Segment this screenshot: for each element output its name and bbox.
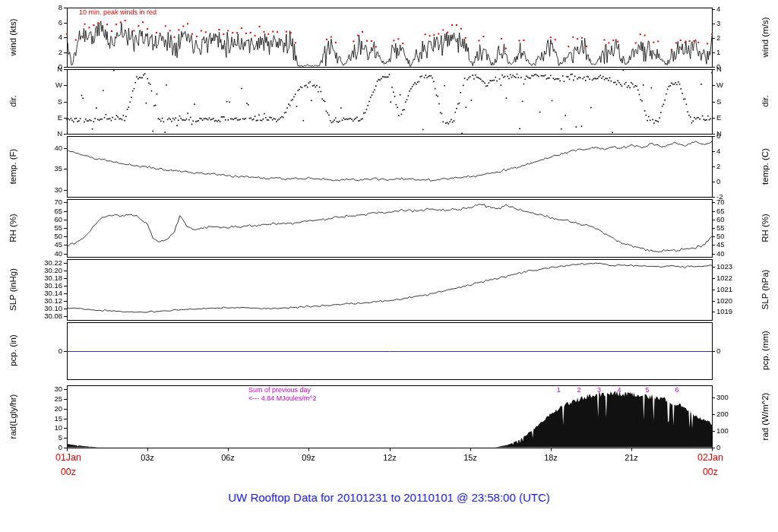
end-date-label: 02Jan	[697, 452, 723, 463]
slp-left-axis-title: SLP (inHg)	[8, 268, 17, 311]
dir-right-axis-title: dir.	[761, 95, 770, 106]
rad-sum-note-line2: <--- 4.84 MJoules/m^2	[248, 394, 317, 402]
dir-left-axis-title: dir.	[8, 95, 17, 106]
xtick-18z: 18z	[544, 453, 558, 462]
xtick-06z: 06z	[221, 453, 235, 462]
temp-left-axis-title: temp. (F)	[8, 149, 17, 185]
end-hour-label: 00z	[703, 467, 718, 477]
rh-left-axis-title: RH (%)	[8, 214, 17, 242]
start-date-label: 01Jan	[55, 452, 81, 463]
xtick-09z: 09z	[302, 453, 315, 462]
rh-right-axis-title: RH (%)	[761, 214, 770, 242]
pcp-right-axis-title: pcp. (mm)	[761, 331, 770, 370]
xtick-21z: 21z	[625, 453, 638, 462]
meteogram-screen: wind (kts) dir. temp. (F) RH (%) SLP (in…	[0, 0, 778, 532]
rad-sum-note-line1: Sum of previous day	[248, 386, 311, 394]
wind-right-axis-title: wind (m/s)	[761, 17, 770, 57]
xtick-12z: 12z	[383, 453, 397, 462]
temp-right-axis-title: temp. (C)	[761, 148, 770, 185]
start-hour-label: 00z	[61, 467, 76, 477]
wind-left-axis-title: wind (kts)	[8, 18, 17, 55]
rad-left-axis-title: rad(Lgly/hr)	[8, 394, 17, 439]
figure-title: UW Rooftop Data for 20101231 to 20110101…	[228, 491, 550, 504]
pcp-left-axis-title: pcp. (in)	[8, 334, 17, 366]
xtick-03z: 03z	[141, 453, 154, 462]
peak-wind-note: 10 min. peak winds in red	[79, 8, 157, 16]
slp-right-axis-title: SLP (hPa)	[761, 270, 770, 310]
meteogram-canvas	[0, 0, 778, 456]
rad-right-axis-title: rad (W/m^2)	[761, 393, 770, 441]
xtick-15z: 15z	[463, 453, 477, 462]
